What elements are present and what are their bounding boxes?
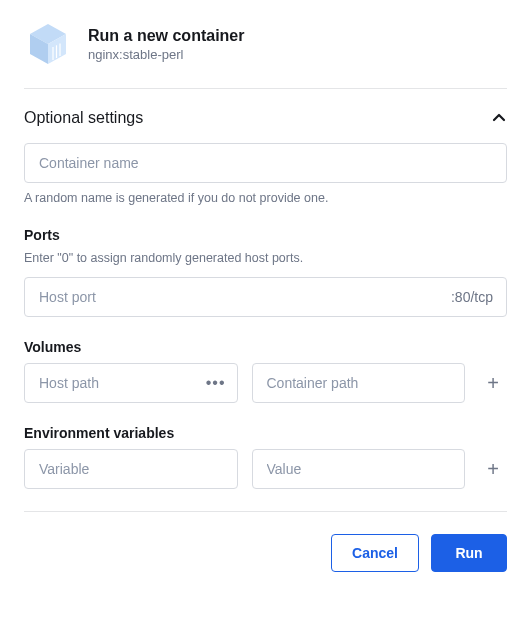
add-env-button[interactable]: + — [479, 455, 507, 483]
dialog-title: Run a new container — [88, 27, 244, 45]
optional-settings-toggle[interactable]: Optional settings — [24, 109, 507, 127]
container-path-input[interactable] — [252, 363, 466, 403]
image-name: nginx:stable-perl — [88, 47, 244, 62]
optional-settings-heading: Optional settings — [24, 109, 143, 127]
dialog-header: Run a new container nginx:stable-perl — [24, 20, 507, 89]
cancel-button[interactable]: Cancel — [331, 534, 419, 572]
chevron-up-icon — [491, 110, 507, 126]
ports-label: Ports — [24, 227, 507, 243]
run-button[interactable]: Run — [431, 534, 507, 572]
env-label: Environment variables — [24, 425, 507, 441]
env-variable-input[interactable] — [24, 449, 238, 489]
browse-host-path-icon[interactable]: ••• — [206, 374, 226, 392]
host-port-input[interactable] — [24, 277, 507, 317]
container-name-helper: A random name is generated if you do not… — [24, 191, 507, 205]
env-value-input[interactable] — [252, 449, 466, 489]
volumes-label: Volumes — [24, 339, 507, 355]
container-name-input[interactable] — [24, 143, 507, 183]
add-volume-button[interactable]: + — [479, 369, 507, 397]
container-cube-icon — [24, 20, 72, 68]
ports-helper: Enter "0" to assign randomly generated h… — [24, 251, 507, 265]
dialog-footer: Cancel Run — [24, 511, 507, 572]
